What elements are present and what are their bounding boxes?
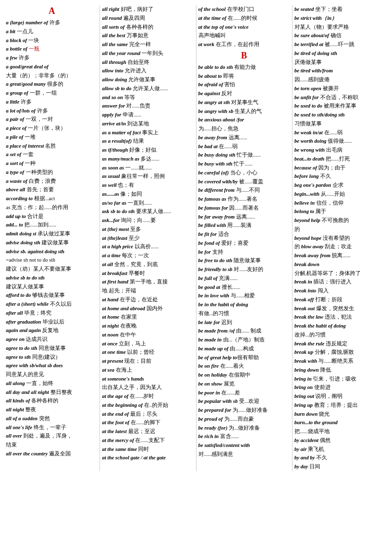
entry: answer for 对......负责 (102, 102, 194, 110)
entry: 对某人（物）要求严格 (294, 23, 386, 31)
entry: at breakfast 早餐时 (102, 269, 194, 278)
entry: be careful (of) 当心，小心 (198, 168, 290, 177)
col1-entries: a (large) number of 许多 a bit 一点儿 a block… (6, 18, 98, 458)
entry: at the end of 最后；尽头 (102, 410, 194, 418)
entry: be made from /of 由...... 制成 (198, 327, 290, 335)
entry: break into 闯入 (294, 286, 386, 295)
entry: at the top of one's voice (198, 23, 290, 31)
entry: 高声地喊叫 (198, 31, 290, 40)
entry: all along 一直，始终 (6, 379, 98, 388)
entry: 因......感到疲倦 (294, 75, 386, 84)
entry: bring in 引来，引进；吸收 (294, 375, 386, 383)
entry: break the habit of doing (294, 322, 386, 330)
entry: at the latest 最迟；至迟 (102, 427, 194, 436)
entry: be terrified at 被......吓一跳 (294, 40, 386, 49)
entry: be afraid of 害怕 (198, 80, 290, 89)
entry: break away from 脱离...... (294, 251, 386, 260)
entry: burn...to the ground (294, 418, 386, 427)
entry: be fond of 爱好；喜爱 (198, 239, 290, 247)
entry: break the rule 违反规定 (294, 339, 386, 348)
entry: as soon as 一......就...... (102, 164, 194, 172)
entry: be far away from 远离...... (198, 213, 290, 221)
entry: a pair of 一双，一对 (6, 115, 98, 123)
entry: at home 在家里 (102, 313, 194, 321)
entry: 把......烧成平地 (294, 427, 386, 436)
entry: be away from 远离...... (198, 133, 290, 142)
entry: be against 反对 (198, 89, 290, 98)
entry: at the mercy of 在......支配下 (102, 436, 194, 444)
entry: be full of 充满...... (198, 274, 290, 282)
entry: be on fire 在......着火 (198, 362, 290, 370)
entry: and so on 等等 (102, 93, 194, 102)
entry: 对......感到满意 (198, 450, 290, 458)
entry: at a high price 以高价...... (102, 242, 194, 251)
entry: be used to sth/doing sth (294, 111, 386, 119)
entry: at noon 在中午 (102, 331, 194, 339)
entry: be worth doing 值得做...... (294, 137, 386, 145)
entry: believe in 信任，信仰 (294, 199, 386, 207)
entry: be good at 擅长...... (198, 283, 290, 291)
col2-entries: all right 好吧，病好了 all round 遍及四周 all sort… (102, 5, 194, 462)
entry: all one's life 终生，一辈子 (6, 423, 98, 432)
entry: a piece of 一片（张，块） (6, 124, 98, 132)
entry: 出自某人之手，因为某人 (102, 383, 194, 391)
section-title-b: B (198, 51, 290, 61)
entry: at home and abroad 国内外 (102, 304, 194, 313)
column-2: all right 好吧，病好了 all round 遍及四周 all sort… (100, 5, 196, 471)
entry: be popular with sb 受...欢迎 (198, 397, 290, 405)
entry: all day and all night 整日整夜 (6, 388, 98, 396)
entry: =advise sb not to do sth (6, 256, 98, 264)
entry: above all 首先；首要 (6, 185, 98, 194)
entry: all of a sudden 突然 (6, 414, 98, 423)
entry: be filled with 用......装满 (198, 221, 290, 229)
entry: by accident 偶然 (294, 436, 386, 444)
page-container: A a (large) number of 许多 a bit 一点儿 a blo… (4, 5, 388, 471)
entry: beg one's pardon 企求 (294, 181, 386, 189)
entry: at once 立刻，马上 (102, 339, 194, 348)
column-1: A a (large) number of 许多 a bit 一点儿 a blo… (4, 5, 100, 471)
entry: be on show 展览 (198, 380, 290, 388)
entry: be strict with（in） (294, 14, 386, 22)
entry: be unfit for 不合适，不称职 (294, 93, 386, 102)
entry: add... to 把......加到...... (6, 221, 98, 229)
entry: agree to do sth 同意做某事 (6, 344, 98, 352)
entry: a (large) number of 许多 (6, 18, 98, 27)
entry: 地 起先；开端 (102, 286, 194, 295)
entry: bring down 降低 (294, 366, 386, 374)
entry: before long 不久 (294, 172, 386, 180)
entry: as if/though 好像；好似 (102, 146, 194, 154)
entry: break down (294, 260, 386, 269)
entry: be late for 迟到 (198, 318, 290, 327)
entry: at (the) most 至多 (102, 225, 194, 233)
entry: break up 分解，腐蚀,驱散 (294, 348, 386, 356)
entry: 的 (294, 225, 386, 233)
entry: at the age of 在......岁时 (102, 392, 194, 400)
entry: be angry with sb 生某人的气 (198, 107, 290, 115)
entry: be proud of 为......而自豪 (198, 415, 290, 423)
entry: be seated 坐下；坐着 (294, 5, 386, 13)
entry: at all 全然，究竟，到底 (102, 260, 194, 269)
entry: be made in 由...（产地）制造 (198, 335, 290, 344)
entry: add up to 合计是 (6, 212, 98, 221)
entry: be free to do sth 随意做某事 (198, 256, 290, 265)
entry: be fit for 适合 (198, 230, 290, 238)
entry: be of great help to很有帮助 (198, 353, 290, 362)
entry: be used to do 被用来作某事 (294, 102, 386, 110)
entry: apply for 申请...... (102, 111, 194, 119)
entry: allow into 允许进入 (102, 66, 194, 75)
entry: a bottle of 一瓶 (6, 45, 98, 53)
entry: a type of 一种类型的 (6, 168, 98, 176)
entry: be torn open 被撕开 (294, 84, 386, 93)
entry: be prepared for 为......做好准备 (198, 406, 290, 414)
section-b-header: B (198, 51, 290, 61)
entry: at night 在夜晚 (102, 322, 194, 330)
entry: advise sb to do sth (6, 274, 98, 282)
entry: agree on 达成共识 (6, 335, 98, 343)
entry: admit doing st 承认做过某事 (6, 229, 98, 238)
entry: all right 好吧，病好了 (102, 5, 194, 13)
entry: be in love with 与......相爱 (198, 291, 290, 300)
entry: begin...with 从......开始 (294, 190, 386, 198)
entry: a waste of 白费；浪费 (6, 177, 98, 185)
entry: beyond hope 没有希望的 (294, 234, 386, 242)
entry: a good/great deal of (6, 62, 98, 71)
